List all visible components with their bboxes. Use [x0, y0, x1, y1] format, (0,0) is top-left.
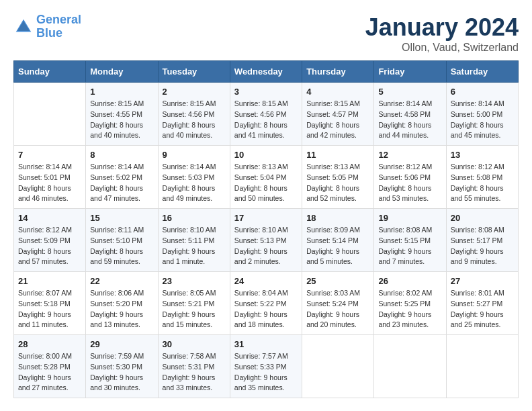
calendar-table: SundayMondayTuesdayWednesdayThursdayFrid…	[13, 60, 519, 398]
day-number: 14	[18, 213, 81, 223]
day-detail: Sunrise: 8:10 AMSunset: 5:13 PMDaylight:…	[234, 225, 298, 267]
calendar-cell	[14, 83, 86, 146]
day-detail: Sunrise: 7:59 AMSunset: 5:30 PMDaylight:…	[90, 351, 153, 394]
calendar-cell	[446, 335, 518, 398]
day-number: 11	[306, 150, 369, 160]
calendar-cell	[374, 335, 446, 398]
day-number: 2	[163, 87, 226, 97]
day-number: 27	[451, 276, 514, 286]
calendar-cell	[302, 335, 374, 398]
day-detail: Sunrise: 8:00 AMSunset: 5:28 PMDaylight:…	[18, 351, 81, 394]
day-detail: Sunrise: 8:08 AMSunset: 5:15 PMDaylight:…	[378, 225, 441, 267]
day-detail: Sunrise: 8:06 AMSunset: 5:20 PMDaylight:…	[90, 288, 153, 330]
weekday-header-monday: Monday	[86, 61, 158, 83]
day-detail: Sunrise: 8:10 AMSunset: 5:11 PMDaylight:…	[163, 225, 226, 267]
calendar-cell: 4Sunrise: 8:15 AMSunset: 4:57 PMDaylight…	[302, 83, 374, 146]
calendar-week-4: 21Sunrise: 8:07 AMSunset: 5:18 PMDayligh…	[14, 272, 519, 335]
day-number: 19	[378, 213, 441, 223]
calendar-cell: 13Sunrise: 8:12 AMSunset: 5:08 PMDayligh…	[446, 146, 518, 209]
calendar-cell: 18Sunrise: 8:09 AMSunset: 5:14 PMDayligh…	[302, 209, 374, 272]
day-detail: Sunrise: 8:12 AMSunset: 5:09 PMDaylight:…	[18, 225, 81, 267]
title-area: January 2024 Ollon, Vaud, Switzerland	[365, 13, 519, 54]
day-detail: Sunrise: 8:13 AMSunset: 5:05 PMDaylight:…	[306, 162, 369, 204]
logo-icon	[13, 17, 34, 37]
calendar-cell: 9Sunrise: 8:14 AMSunset: 5:03 PMDaylight…	[158, 146, 230, 209]
day-detail: Sunrise: 8:11 AMSunset: 5:10 PMDaylight:…	[90, 225, 153, 267]
day-number: 29	[90, 339, 153, 349]
day-number: 26	[378, 276, 441, 286]
calendar-cell: 7Sunrise: 8:14 AMSunset: 5:01 PMDaylight…	[14, 146, 86, 209]
calendar-cell: 30Sunrise: 7:58 AMSunset: 5:31 PMDayligh…	[158, 335, 230, 398]
day-detail: Sunrise: 7:58 AMSunset: 5:31 PMDaylight:…	[163, 351, 226, 394]
logo-general: General	[36, 13, 81, 26]
day-detail: Sunrise: 8:12 AMSunset: 5:06 PMDaylight:…	[378, 162, 441, 204]
calendar-week-3: 14Sunrise: 8:12 AMSunset: 5:09 PMDayligh…	[14, 209, 519, 272]
day-detail: Sunrise: 8:01 AMSunset: 5:27 PMDaylight:…	[451, 288, 514, 330]
calendar-cell: 28Sunrise: 8:00 AMSunset: 5:28 PMDayligh…	[14, 335, 86, 398]
calendar-cell: 27Sunrise: 8:01 AMSunset: 5:27 PMDayligh…	[446, 272, 518, 335]
day-number: 25	[306, 276, 369, 286]
calendar-cell: 17Sunrise: 8:10 AMSunset: 5:13 PMDayligh…	[230, 209, 302, 272]
calendar-body: 1Sunrise: 8:15 AMSunset: 4:55 PMDaylight…	[14, 83, 519, 398]
day-detail: Sunrise: 8:04 AMSunset: 5:22 PMDaylight:…	[234, 288, 298, 330]
day-detail: Sunrise: 8:15 AMSunset: 4:56 PMDaylight:…	[234, 99, 298, 141]
calendar-cell: 6Sunrise: 8:14 AMSunset: 5:00 PMDaylight…	[446, 83, 518, 146]
calendar-cell: 23Sunrise: 8:05 AMSunset: 5:21 PMDayligh…	[158, 272, 230, 335]
calendar-cell: 3Sunrise: 8:15 AMSunset: 4:56 PMDaylight…	[230, 83, 302, 146]
svg-marker-1	[17, 21, 30, 31]
day-detail: Sunrise: 8:14 AMSunset: 4:58 PMDaylight:…	[378, 99, 441, 141]
weekday-header-wednesday: Wednesday	[230, 61, 302, 83]
day-number: 21	[18, 276, 81, 286]
day-number: 17	[234, 213, 298, 223]
calendar-cell: 14Sunrise: 8:12 AMSunset: 5:09 PMDayligh…	[14, 209, 86, 272]
day-number: 24	[234, 276, 298, 286]
weekday-header-thursday: Thursday	[302, 61, 374, 83]
day-detail: Sunrise: 8:15 AMSunset: 4:55 PMDaylight:…	[90, 99, 153, 141]
calendar-week-5: 28Sunrise: 8:00 AMSunset: 5:28 PMDayligh…	[14, 335, 519, 398]
calendar-cell: 8Sunrise: 8:14 AMSunset: 5:02 PMDaylight…	[86, 146, 158, 209]
day-number: 8	[90, 150, 153, 160]
logo: General Blue	[13, 13, 81, 40]
calendar-cell: 1Sunrise: 8:15 AMSunset: 4:55 PMDaylight…	[86, 83, 158, 146]
day-number: 1	[90, 87, 153, 97]
day-number: 6	[451, 87, 514, 97]
day-number: 7	[18, 150, 81, 160]
weekday-header-row: SundayMondayTuesdayWednesdayThursdayFrid…	[14, 61, 519, 83]
calendar-cell: 12Sunrise: 8:12 AMSunset: 5:06 PMDayligh…	[374, 146, 446, 209]
day-number: 9	[163, 150, 226, 160]
day-number: 13	[451, 150, 514, 160]
day-detail: Sunrise: 8:15 AMSunset: 4:56 PMDaylight:…	[163, 99, 226, 141]
day-number: 4	[306, 87, 369, 97]
logo-text: General Blue	[36, 13, 81, 40]
day-number: 30	[163, 339, 226, 349]
calendar-cell: 22Sunrise: 8:06 AMSunset: 5:20 PMDayligh…	[86, 272, 158, 335]
day-number: 15	[90, 213, 153, 223]
calendar-cell: 2Sunrise: 8:15 AMSunset: 4:56 PMDaylight…	[158, 83, 230, 146]
weekday-header-sunday: Sunday	[14, 61, 86, 83]
day-number: 22	[90, 276, 153, 286]
day-number: 16	[163, 213, 226, 223]
calendar-week-1: 1Sunrise: 8:15 AMSunset: 4:55 PMDaylight…	[14, 83, 519, 146]
calendar-cell: 26Sunrise: 8:02 AMSunset: 5:25 PMDayligh…	[374, 272, 446, 335]
month-title: January 2024	[365, 13, 519, 42]
day-number: 5	[378, 87, 441, 97]
calendar-cell: 16Sunrise: 8:10 AMSunset: 5:11 PMDayligh…	[158, 209, 230, 272]
calendar-cell: 31Sunrise: 7:57 AMSunset: 5:33 PMDayligh…	[230, 335, 302, 398]
day-detail: Sunrise: 8:09 AMSunset: 5:14 PMDaylight:…	[306, 225, 369, 267]
day-detail: Sunrise: 7:57 AMSunset: 5:33 PMDaylight:…	[234, 351, 298, 394]
calendar-cell: 25Sunrise: 8:03 AMSunset: 5:24 PMDayligh…	[302, 272, 374, 335]
weekday-header-friday: Friday	[374, 61, 446, 83]
day-detail: Sunrise: 8:14 AMSunset: 5:00 PMDaylight:…	[451, 99, 514, 141]
calendar-cell: 15Sunrise: 8:11 AMSunset: 5:10 PMDayligh…	[86, 209, 158, 272]
logo-blue: Blue	[36, 26, 62, 40]
day-detail: Sunrise: 8:15 AMSunset: 4:57 PMDaylight:…	[306, 99, 369, 141]
day-detail: Sunrise: 8:05 AMSunset: 5:21 PMDaylight:…	[163, 288, 226, 330]
calendar-cell: 29Sunrise: 7:59 AMSunset: 5:30 PMDayligh…	[86, 335, 158, 398]
weekday-header-saturday: Saturday	[446, 61, 518, 83]
day-number: 28	[18, 339, 81, 349]
day-number: 3	[234, 87, 298, 97]
calendar-header: SundayMondayTuesdayWednesdayThursdayFrid…	[14, 61, 519, 83]
day-number: 20	[451, 213, 514, 223]
day-detail: Sunrise: 8:07 AMSunset: 5:18 PMDaylight:…	[18, 288, 81, 330]
day-detail: Sunrise: 8:02 AMSunset: 5:25 PMDaylight:…	[378, 288, 441, 330]
